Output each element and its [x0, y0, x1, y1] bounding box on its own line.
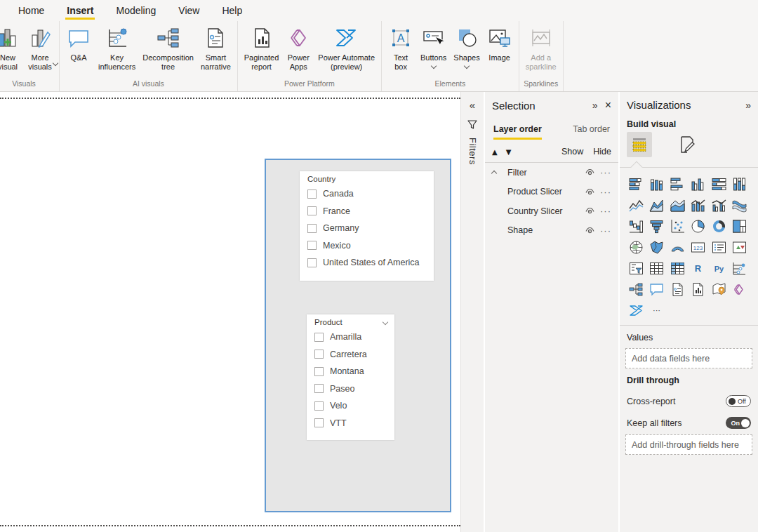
format-visual-button[interactable]	[674, 132, 700, 157]
product-slicer[interactable]: Product AmarillaCarreteraMontanaPaseoVel…	[307, 314, 394, 440]
slicer-item[interactable]: Paseo	[314, 380, 394, 398]
selection-close-icon[interactable]: ×	[605, 99, 611, 112]
donut-chart-icon[interactable]	[710, 218, 728, 234]
add-sparkline-button[interactable]: Add a sparkline	[522, 21, 560, 72]
keep-all-filters-toggle[interactable]: On	[726, 417, 751, 429]
slicer-item[interactable]: Carretera	[314, 346, 394, 364]
filters-expand-icon[interactable]: «	[470, 99, 475, 111]
treemap-icon[interactable]	[731, 218, 749, 234]
slicer-item[interactable]: Velo	[314, 397, 394, 415]
visualizations-collapse-icon[interactable]: »	[745, 100, 751, 111]
more-options-icon[interactable]: ···	[600, 225, 611, 236]
get-more-visuals-icon[interactable]: ···	[648, 302, 666, 318]
slicer-item[interactable]: Canada	[307, 185, 434, 203]
slicer-item[interactable]: Amarilla	[314, 328, 394, 346]
layer-row[interactable]: Shape···	[492, 221, 611, 241]
move-layer-up-button[interactable]: ▲	[492, 148, 498, 156]
key-influencers-button[interactable]: Key influencers	[95, 21, 139, 72]
hundred-stacked-bar-chart-icon[interactable]	[710, 176, 728, 192]
checkbox[interactable]	[307, 189, 317, 199]
visibility-eye-icon[interactable]	[585, 227, 594, 234]
matrix-icon[interactable]	[668, 260, 686, 276]
visibility-eye-icon[interactable]	[585, 207, 594, 215]
slicer-item[interactable]: VTT	[314, 415, 394, 432]
stacked-area-chart-icon[interactable]	[668, 197, 686, 213]
paginated-report-button[interactable]: Paginated report	[241, 21, 283, 72]
waterfall-chart-icon[interactable]	[627, 218, 645, 234]
power-automate-visual-icon[interactable]	[627, 302, 645, 318]
report-canvas[interactable]: Country CanadaFranceGermanyMexicoUnited …	[0, 92, 461, 532]
checkbox[interactable]	[314, 333, 324, 342]
slicer-item[interactable]: Germany	[307, 220, 434, 237]
arcgis-map-icon[interactable]	[710, 281, 728, 297]
layer-row[interactable]: Filter···	[492, 163, 611, 182]
tab-help[interactable]: Help	[211, 2, 253, 21]
visibility-eye-icon[interactable]	[585, 168, 594, 176]
values-field-well[interactable]: Add data fields here	[625, 348, 752, 368]
funnel-chart-icon[interactable]	[648, 218, 666, 234]
scatter-chart-icon[interactable]	[668, 218, 686, 234]
decomposition-tree-icon[interactable]	[627, 281, 645, 297]
selection-collapse-icon[interactable]: »	[592, 100, 598, 111]
new-visual-button[interactable]: New visual	[0, 21, 24, 72]
smart-narrative-button[interactable]: Smart narrative	[197, 21, 234, 72]
tab-tab-order[interactable]: Tab order	[573, 124, 610, 140]
ribbon-chart-icon[interactable]	[731, 197, 749, 213]
checkbox[interactable]	[307, 206, 317, 215]
power-automate-button[interactable]: Power Automate (preview)	[314, 21, 378, 72]
country-slicer[interactable]: Country CanadaFranceGermanyMexicoUnited …	[300, 171, 434, 281]
map-icon[interactable]	[627, 239, 645, 255]
table-icon[interactable]	[648, 260, 666, 276]
decomposition-tree-button[interactable]: Decomposition tree	[139, 21, 197, 72]
checkbox[interactable]	[307, 258, 317, 267]
line-and-stacked-column-chart-icon[interactable]	[689, 197, 707, 213]
checkbox[interactable]	[314, 401, 324, 411]
line-and-clustered-column-chart-icon[interactable]	[710, 197, 728, 213]
area-chart-icon[interactable]	[648, 197, 666, 213]
tab-view[interactable]: View	[167, 2, 211, 21]
shapes-button[interactable]: Shapes	[450, 21, 483, 68]
power-apps-button[interactable]: Power Apps	[282, 21, 314, 72]
hide-button[interactable]: Hide	[593, 147, 611, 157]
visibility-eye-icon[interactable]	[585, 188, 594, 196]
clustered-bar-chart-icon[interactable]	[668, 176, 686, 192]
checkbox[interactable]	[314, 350, 324, 359]
checkbox[interactable]	[314, 418, 324, 427]
filled-map-icon[interactable]	[648, 239, 666, 255]
tab-home[interactable]: Home	[7, 2, 55, 21]
text-box-button[interactable]: A Text box	[385, 21, 417, 72]
checkbox[interactable]	[307, 224, 317, 233]
multi-row-card-icon[interactable]	[710, 239, 728, 255]
qa-visual-icon[interactable]	[648, 281, 666, 297]
product-slicer-chevron-icon[interactable]	[383, 319, 388, 325]
key-influencers-icon[interactable]	[731, 260, 749, 276]
layer-row[interactable]: Product Slicer···	[492, 182, 611, 202]
layer-row[interactable]: Country Slicer···	[492, 201, 611, 221]
move-layer-down-button[interactable]: ▼	[506, 148, 512, 156]
drill-through-field-well[interactable]: Add drill-through fields here	[625, 434, 752, 455]
clustered-column-chart-icon[interactable]	[689, 176, 707, 192]
checkbox[interactable]	[314, 367, 324, 376]
line-chart-icon[interactable]	[627, 197, 645, 213]
more-options-icon[interactable]: ···	[600, 167, 611, 178]
slicer-item[interactable]: United States of America	[307, 254, 434, 272]
stacked-bar-chart-icon[interactable]	[627, 176, 645, 192]
tab-insert[interactable]: Insert	[55, 2, 105, 21]
tab-layer-order[interactable]: Layer order	[493, 124, 542, 140]
build-visual-button[interactable]	[627, 132, 652, 157]
stacked-column-chart-icon[interactable]	[648, 176, 666, 192]
collapse-chevron-icon[interactable]	[491, 171, 497, 176]
python-visual-icon[interactable]: Py	[710, 260, 728, 276]
slicer-item[interactable]: Montana	[314, 363, 394, 380]
image-button[interactable]: Image	[484, 21, 516, 62]
hundred-stacked-column-chart-icon[interactable]	[731, 176, 749, 192]
slicer-item[interactable]: France	[307, 203, 434, 220]
filter-funnel-icon[interactable]	[467, 119, 477, 129]
kpi-icon[interactable]	[731, 239, 749, 255]
slicer-icon[interactable]	[627, 260, 645, 276]
smart-narrative-icon[interactable]	[668, 281, 686, 297]
tab-modeling[interactable]: Modeling	[105, 2, 167, 21]
power-apps-visual-icon[interactable]	[731, 281, 749, 297]
show-button[interactable]: Show	[561, 147, 583, 157]
paginated-report-icon[interactable]	[689, 281, 707, 297]
